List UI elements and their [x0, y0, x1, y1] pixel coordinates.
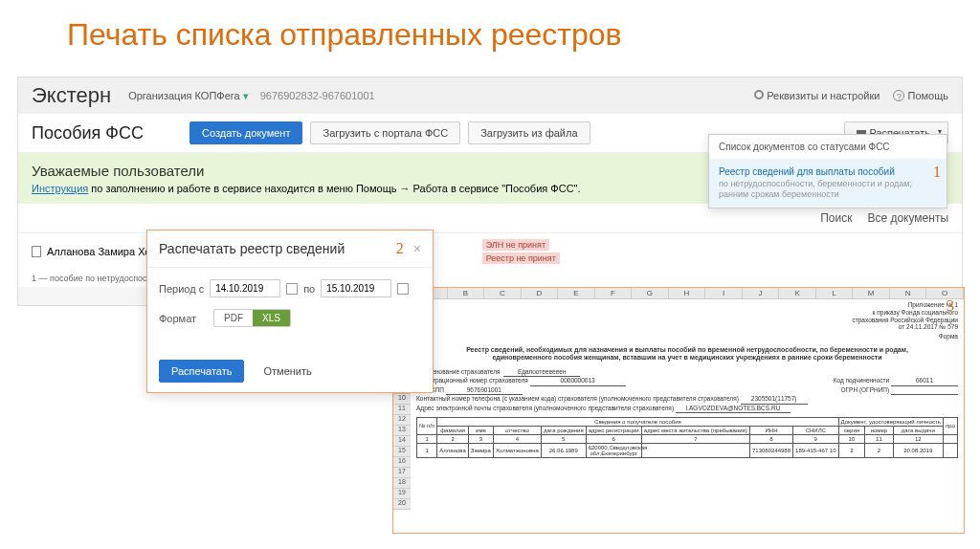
notice-text: по заполнению и работе в сервисе находит…: [88, 183, 580, 194]
print-dropdown-menu: Список документов со статусами ФСС Реест…: [708, 134, 947, 209]
dropdown-item-status-list[interactable]: Список документов со статусами ФСС: [709, 135, 947, 160]
period-from-label: Период с: [159, 283, 204, 295]
excel-appendix: Приложение № 1 к приказу Фонда социально…: [416, 301, 958, 340]
format-xls-option[interactable]: XLS: [253, 310, 290, 326]
print-button[interactable]: Распечатать: [159, 360, 244, 383]
page-title: Пособия ФСС: [32, 123, 144, 143]
dropdown-item-subtitle: по нетрудоспособности, беременности и ро…: [719, 179, 937, 200]
app-topbar: Экстерн Организация КОПФега ▾ 9676902832…: [18, 77, 962, 114]
instruction-link[interactable]: Инструкция: [32, 183, 88, 194]
app-brand: Экстерн: [32, 83, 111, 108]
chevron-down-icon: ▾: [243, 90, 249, 101]
create-document-button[interactable]: Создать документ: [189, 121, 303, 144]
load-from-file-button[interactable]: Загрузить из файла: [468, 121, 590, 144]
document-name: Алланова Замира Хол: [47, 246, 157, 257]
slide-title: Печать списка отправленных реестров: [0, 0, 980, 66]
status-badge: ЭЛН не принят: [482, 239, 549, 251]
format-label: Формат: [159, 313, 196, 324]
dropdown-item-title: Реестр сведений для выплаты пособий: [719, 166, 937, 177]
excel-column-headers: ABCDEFGHIJKLMNO: [393, 288, 964, 299]
date-from-input[interactable]: [210, 279, 280, 297]
excel-content: Приложение № 1 к приказу Фонда социально…: [411, 299, 964, 510]
settings-link[interactable]: Реквизиты и настройки: [754, 90, 880, 101]
step-badge-3: 3: [947, 297, 954, 315]
table-row: 1 Алланова Замира Холматжоновна 26.06.19…: [417, 443, 958, 457]
status-badge: Реестр не принят: [482, 253, 560, 264]
excel-table: № п/п Сведения о получателе пособия Доку…: [416, 417, 958, 458]
status-tags: ЭЛН не принят Реестр не принят: [482, 239, 560, 264]
document-icon: [32, 246, 41, 257]
excel-preview: 3 ABCDEFGHIJKLMNO 1234567891011121314151…: [392, 287, 965, 534]
format-toggle: PDF XLS: [213, 309, 291, 327]
format-pdf-option[interactable]: PDF: [214, 310, 253, 326]
print-registry-modal: Распечатать реестр сведений 2 × Период с…: [146, 230, 434, 393]
load-from-portal-button[interactable]: Загрузить с портала ФСС: [310, 121, 460, 144]
help-link[interactable]: ? Помощь: [893, 90, 948, 101]
cancel-button[interactable]: Отменить: [252, 360, 323, 383]
org-label: Организация КОПФега: [128, 90, 240, 101]
period-to-label: по: [303, 283, 315, 295]
excel-doc-title: Реестр сведений, необходимых для назначе…: [435, 346, 939, 362]
calendar-icon[interactable]: [397, 283, 409, 295]
gear-icon: [754, 90, 764, 99]
close-icon[interactable]: ×: [413, 241, 421, 256]
calendar-icon[interactable]: [286, 283, 298, 295]
help-icon: ?: [893, 90, 904, 101]
org-code: 9676902832-967601001: [260, 90, 375, 101]
search-link[interactable]: Поиск: [820, 211, 852, 225]
org-selector[interactable]: Организация КОПФега ▾: [128, 90, 249, 102]
settings-label: Реквизиты и настройки: [767, 90, 880, 101]
step-badge-2: 2: [396, 240, 404, 257]
dropdown-item-registry[interactable]: Реестр сведений для выплаты пособий по н…: [709, 160, 947, 208]
all-documents-link[interactable]: Все документы: [867, 211, 948, 225]
help-label: Помощь: [908, 90, 949, 101]
excel-fields: Наименование страхователя Едапоотеееееен…: [416, 368, 958, 413]
date-to-input[interactable]: [321, 279, 391, 297]
step-badge-1: 1: [933, 164, 941, 181]
modal-title: Распечатать реестр сведений: [159, 241, 345, 256]
